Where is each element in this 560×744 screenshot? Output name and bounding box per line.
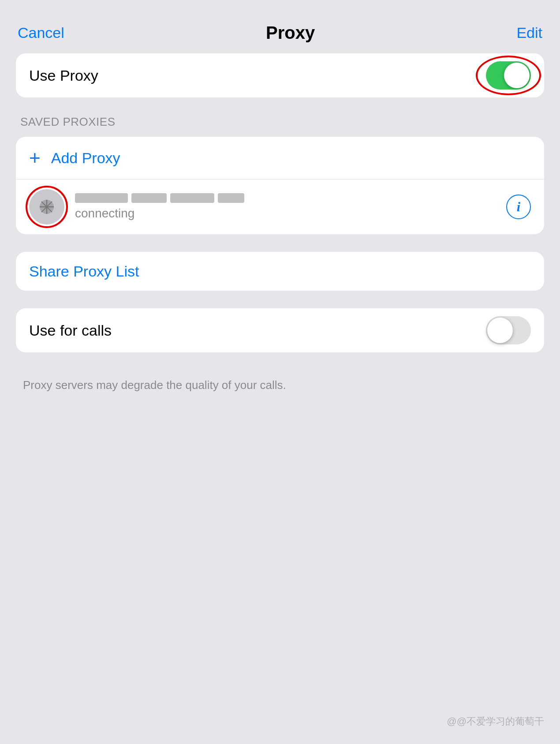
cancel-button[interactable]: Cancel (18, 24, 64, 41)
saved-proxies-card: + Add Proxy (16, 137, 544, 234)
saved-proxies-section-label: SAVED PROXIES (16, 115, 544, 129)
use-for-calls-label: Use for calls (29, 322, 112, 339)
add-proxy-row[interactable]: + Add Proxy (16, 137, 544, 179)
use-for-calls-toggle-container (486, 316, 531, 344)
blur-block-1 (75, 193, 128, 203)
watermark: @@不爱学习的葡萄干 (447, 715, 544, 728)
blur-block-2 (131, 193, 167, 203)
blur-block-4 (218, 193, 244, 203)
use-proxy-row: Use Proxy (29, 53, 531, 97)
navigation-bar: Cancel Proxy Edit (0, 0, 560, 53)
use-proxy-card: Use Proxy (16, 53, 544, 97)
share-proxy-card: Share Proxy List (16, 252, 544, 291)
use-for-calls-row: Use for calls (29, 308, 531, 352)
use-proxy-toggle[interactable] (486, 61, 531, 90)
use-for-calls-toggle[interactable] (486, 316, 531, 344)
proxy-icon-wrapper (29, 189, 64, 224)
add-icon: + (29, 148, 41, 168)
use-proxy-toggle-container (486, 61, 531, 90)
share-proxy-row[interactable]: Share Proxy List (29, 252, 531, 291)
proxy-status: connecting (75, 206, 134, 220)
calls-note: Proxy servers may degrade the quality of… (16, 370, 544, 393)
proxy-icon-circle (29, 189, 64, 224)
use-for-calls-section: Use for calls Proxy servers may degrade … (16, 308, 544, 393)
add-proxy-label: Add Proxy (51, 150, 120, 167)
share-proxy-label: Share Proxy List (29, 263, 139, 280)
proxy-name-blurred (75, 193, 506, 203)
proxy-info: connecting (75, 193, 506, 221)
page-title: Proxy (266, 23, 315, 43)
proxy-info-button[interactable]: i (506, 194, 531, 219)
use-for-calls-card: Use for calls (16, 308, 544, 352)
blur-block-3 (170, 193, 214, 203)
edit-button[interactable]: Edit (516, 24, 542, 41)
proxy-item-row[interactable]: connecting i (16, 179, 544, 234)
main-content: Use Proxy SAVED PROXIES + Add Proxy (0, 53, 560, 393)
use-proxy-label: Use Proxy (29, 67, 98, 84)
proxy-icon-svg (38, 198, 56, 216)
